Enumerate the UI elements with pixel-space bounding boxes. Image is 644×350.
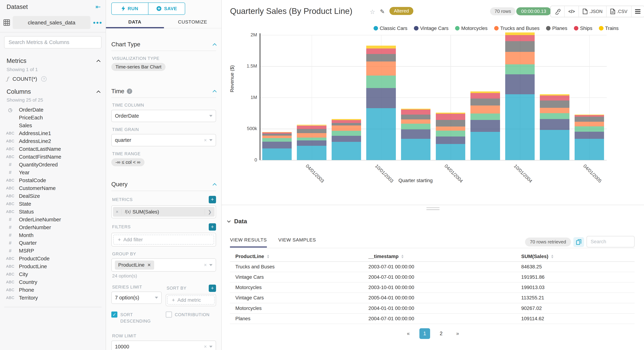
bar-segment[interactable] — [574, 132, 604, 139]
column-header[interactable]: SUM(Sales) — [521, 254, 548, 259]
results-search-input[interactable] — [586, 236, 634, 247]
bar-segment[interactable] — [505, 41, 535, 52]
tab-view-results[interactable]: VIEW RESULTS — [230, 237, 267, 248]
bar-segment[interactable] — [297, 129, 326, 133]
bar-segment[interactable] — [540, 119, 569, 130]
column-item[interactable]: Sales — [0, 121, 104, 129]
series-limit-select[interactable]: 7 option(s) — [111, 292, 162, 304]
tab-data[interactable]: DATA — [106, 17, 164, 28]
chevron-up-icon[interactable] — [213, 90, 217, 94]
column-header[interactable]: __timestamp — [368, 254, 398, 259]
table-row[interactable]: Planes2004-07-01 00:00:00109114.62 — [230, 314, 634, 324]
column-item[interactable]: ABCProductLine — [0, 263, 104, 270]
bar-segment[interactable] — [574, 139, 604, 160]
bar-segment[interactable] — [332, 125, 361, 131]
column-item[interactable]: #OrderNumber — [0, 224, 104, 231]
bar-segment[interactable] — [262, 132, 292, 134]
table-row[interactable]: Trucks and Buses2003-07-01 00:00:0084638… — [230, 262, 634, 272]
add-filter-button[interactable]: + — [209, 223, 216, 231]
pagination-page[interactable]: 2 — [436, 331, 446, 337]
bar-segment[interactable] — [505, 35, 535, 41]
bar-segment[interactable] — [401, 115, 430, 119]
bar-segment[interactable] — [540, 130, 569, 160]
bar-segment[interactable] — [505, 32, 535, 35]
sort-icon[interactable] — [402, 255, 404, 258]
table-row[interactable]: Vintage Cars2004-07-01 00:00:00191951.86 — [230, 272, 634, 283]
bar-segment[interactable] — [332, 123, 361, 126]
run-button[interactable]: RUN — [112, 3, 148, 14]
copy-button[interactable] — [573, 237, 584, 247]
bar-segment[interactable] — [366, 54, 396, 61]
bar-segment[interactable] — [505, 94, 535, 160]
bar-segment[interactable] — [366, 61, 396, 75]
column-item[interactable]: ABCStatus — [0, 208, 104, 216]
add-metric-button[interactable]: + — [209, 196, 216, 203]
bar-segment[interactable] — [436, 136, 465, 144]
bar-segment[interactable] — [332, 120, 361, 123]
bar-segment[interactable] — [436, 113, 465, 114]
visualization-type-value[interactable]: Time-series Bar Chart — [111, 63, 166, 71]
collapse-data-icon[interactable] — [227, 219, 231, 223]
metric-count-label[interactable]: COUNT(*) — [12, 76, 37, 82]
bar-segment[interactable] — [297, 140, 326, 146]
column-item[interactable]: #Quarter — [0, 239, 104, 247]
bar-segment[interactable] — [262, 134, 292, 136]
bar-segment[interactable] — [540, 108, 569, 113]
bar-segment[interactable] — [401, 129, 430, 139]
collapse-sidebar-icon[interactable]: ⇤ — [96, 3, 100, 10]
bar-segment[interactable] — [332, 119, 361, 120]
bar-segment[interactable] — [574, 126, 604, 132]
clear-icon[interactable]: × — [204, 262, 207, 268]
bar-segment[interactable] — [505, 64, 535, 74]
sort-descending-checkbox[interactable]: ✓ — [111, 312, 118, 318]
pagination-prev[interactable]: « — [403, 331, 414, 337]
time-range-value[interactable]: -∞ ≤ col < ∞ — [111, 158, 144, 166]
chevron-right-icon[interactable]: ❯ — [204, 209, 214, 215]
bar-segment[interactable] — [401, 109, 430, 110]
bar-segment[interactable] — [574, 115, 604, 117]
bar-segment[interactable] — [332, 131, 361, 136]
column-item[interactable]: ABCState — [0, 200, 104, 208]
bar-segment[interactable] — [505, 52, 535, 64]
group-by-chip[interactable]: ProductLine✕ — [115, 261, 154, 270]
column-item[interactable]: ABCAddressLine1 — [0, 129, 104, 137]
column-item[interactable]: ABCCustomerName — [0, 184, 104, 192]
bar-segment[interactable] — [470, 113, 500, 120]
bar-segment[interactable] — [470, 93, 500, 99]
metric-chip[interactable]: × f(x) SUM(Sales) ❯ — [113, 207, 214, 217]
chevron-up-icon[interactable] — [96, 60, 100, 64]
bar-segment[interactable] — [297, 138, 326, 140]
bar-segment[interactable] — [297, 126, 326, 129]
remove-chip-icon[interactable]: ✕ — [147, 263, 151, 268]
bar-segment[interactable] — [436, 126, 465, 131]
column-item[interactable]: #QuantityOrdered — [0, 161, 104, 169]
column-item[interactable]: ABCCountry — [0, 278, 104, 286]
dataset-more-icon[interactable]: ●●● — [93, 20, 102, 25]
bar-segment[interactable] — [436, 144, 465, 160]
column-item[interactable]: ABCPostalCode — [0, 176, 104, 184]
table-row[interactable]: Motorcycles2004-01-01 00:00:0090267.02 — [230, 303, 634, 314]
bar-segment[interactable] — [297, 125, 326, 126]
table-row[interactable]: Motorcycles2003-10-01 00:00:00199013.03 — [230, 283, 634, 293]
pagination-next[interactable]: » — [452, 331, 463, 337]
bar-segment[interactable] — [366, 48, 396, 54]
column-header[interactable]: ProductLine — [235, 254, 264, 259]
bar-segment[interactable] — [470, 98, 500, 105]
bar-segment[interactable] — [262, 132, 292, 132]
column-item[interactable]: #Month — [0, 231, 104, 239]
resize-drag-handle[interactable] — [426, 207, 440, 211]
bar-segment[interactable] — [401, 139, 430, 160]
add-sort-metric-button[interactable]: + — [209, 285, 216, 292]
help-icon[interactable]: ? — [41, 76, 46, 82]
bar-segment[interactable] — [297, 133, 326, 138]
bar-segment[interactable] — [332, 142, 361, 160]
add-filter-dropzone[interactable]: +Add filter — [113, 235, 214, 245]
bar-segment[interactable] — [262, 136, 292, 138]
bar-segment[interactable] — [470, 105, 500, 114]
sort-icon[interactable] — [267, 255, 269, 258]
column-item[interactable]: ABCAddressLine2 — [0, 137, 104, 145]
clear-icon[interactable]: × — [204, 344, 207, 350]
dataset-name[interactable]: cleaned_sales_data — [13, 16, 90, 29]
bar-segment[interactable] — [366, 88, 396, 108]
bar-segment[interactable] — [540, 95, 569, 100]
